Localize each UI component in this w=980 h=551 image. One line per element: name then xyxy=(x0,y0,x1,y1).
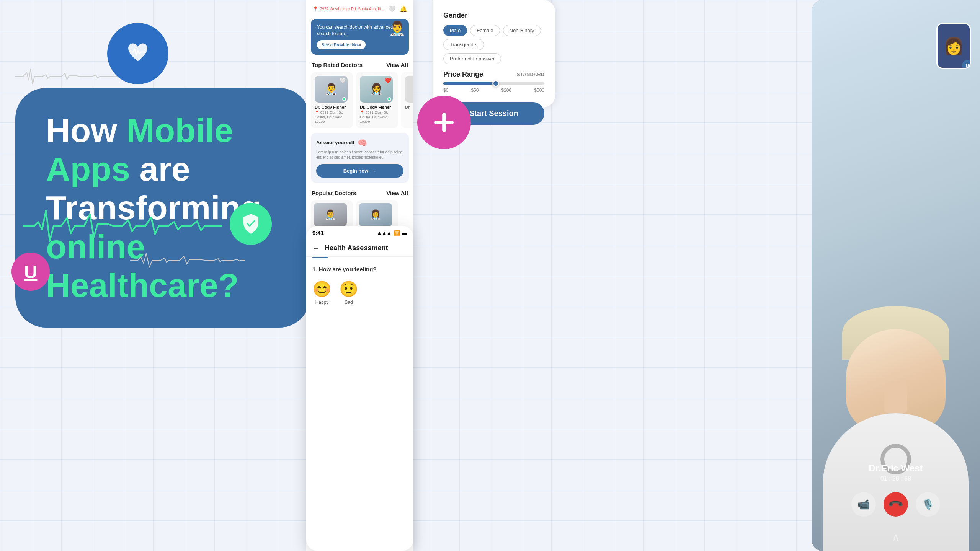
heartbeat-icon xyxy=(122,38,153,69)
doctor-card-2[interactable]: 👩‍⚕️ ❤️ Dr. Cody Fisher 📍 6391 Elgin St.… xyxy=(356,72,398,128)
gender-pill-female[interactable]: Female xyxy=(470,25,500,36)
assessment-header-bar: ← Health Assessment xyxy=(306,238,413,257)
location-display: 📍 2972 Westheimer Rd. Santa Ana, Ill... xyxy=(312,6,384,12)
status-bar: 9:41 ▲▲▲ 🛜 ▬ xyxy=(306,226,413,238)
u-icon: U xyxy=(24,261,38,282)
gender-pill-male[interactable]: Male xyxy=(443,25,467,36)
status-time: 9:41 xyxy=(312,230,324,236)
microphone-button[interactable]: 🎙️ xyxy=(916,492,940,517)
filter-panel: Gender Male Female Non-Binary Transgende… xyxy=(433,0,555,107)
call-controls-bar: 📹 📞 🎙️ xyxy=(812,492,980,517)
header-icons: 🤍 🔔 xyxy=(388,5,407,13)
emoji-option-sad[interactable]: 😟 Sad xyxy=(339,280,358,305)
doctor-address-1: 📍 6391 Elgin St. Celina, Delaware 10299 xyxy=(315,110,349,124)
see-provider-button[interactable]: See a Provider Now xyxy=(317,40,366,49)
gender-section: Gender Male Female Non-Binary Transgende… xyxy=(443,11,544,64)
popular-label: Popular Doctors xyxy=(312,190,356,196)
brain-icon: 🧠 xyxy=(358,138,367,147)
back-button[interactable]: ← xyxy=(312,244,320,253)
wifi-icon: 🛜 xyxy=(394,230,400,236)
phone-1-header: 📍 2972 Westheimer Rd. Santa Ana, Ill... … xyxy=(306,0,413,16)
favorite-doctor-2[interactable]: ❤️ xyxy=(385,77,391,83)
banner-illustration: 👨‍⚕️ xyxy=(389,20,406,36)
chevron-up-icon: ∧ xyxy=(892,531,900,543)
location-pin-icon: 📍 xyxy=(312,6,318,12)
doctor-photo-3: 👨‍⚕️ xyxy=(405,76,413,103)
sad-emoji: 😟 xyxy=(339,280,358,298)
plus-icon xyxy=(431,109,457,136)
assess-title: Assess yourself 🧠 xyxy=(316,138,403,147)
top-rated-view-all[interactable]: View All xyxy=(386,62,408,68)
happy-label: Happy xyxy=(315,300,329,305)
gender-pills-container: Male Female Non-Binary Transgender Prefe… xyxy=(443,25,544,64)
video-toggle-button[interactable]: 📹 xyxy=(851,492,876,517)
assess-description: Lorem ipsum dolor sit amet, consectetur … xyxy=(316,150,403,160)
signal-icon: ▲▲▲ xyxy=(377,230,392,236)
doctor-name-2: Dr. Cody Fisher xyxy=(360,105,394,109)
emoji-option-happy[interactable]: 😊 Happy xyxy=(312,280,332,305)
doctors-row: 👨‍⚕️ 🤍 Dr. Cody Fisher 📍 6391 Elgin St. … xyxy=(306,70,413,130)
doctor-card-1[interactable]: 👨‍⚕️ 🤍 Dr. Cody Fisher 📍 6391 Elgin St. … xyxy=(311,72,353,128)
pip-person-icon: 👩 xyxy=(943,36,964,56)
sad-label: Sad xyxy=(345,300,353,305)
begin-now-button[interactable]: Begin now → xyxy=(316,164,403,178)
pip-badge: B xyxy=(962,60,971,69)
gender-pill-transgender[interactable]: Transgender xyxy=(443,39,484,50)
svg-rect-1 xyxy=(434,121,454,124)
doctor-address-2: 📍 6391 Elgin St. Celina, Delaware 10299 xyxy=(360,110,394,124)
price-standard: STANDARD xyxy=(517,72,544,77)
price-header: Price Range STANDARD xyxy=(443,70,544,78)
price-slider-track[interactable] xyxy=(443,82,544,85)
happy-emoji: 😊 xyxy=(312,280,332,298)
left-section: How Mobile Apps are Transforming online … xyxy=(0,0,314,551)
doctor-card-3[interactable]: 👨‍⚕️ Dr. xyxy=(401,72,413,128)
price-labels: $0 $50 $200 $500 xyxy=(443,88,544,93)
pip-video-thumbnail: 👩 B xyxy=(936,23,971,69)
bell-icon[interactable]: 🔔 xyxy=(400,5,407,13)
favorite-doctor-1[interactable]: 🤍 xyxy=(340,77,346,83)
price-mid1: $50 xyxy=(471,88,479,93)
favorite-icon[interactable]: 🤍 xyxy=(388,5,396,13)
popular-photo-2: 👩‍⚕️ xyxy=(359,203,392,226)
price-slider-fill xyxy=(443,82,496,85)
top-rated-header: Top Rated Doctors View All xyxy=(306,58,413,70)
swipe-up-indicator: ∧ xyxy=(812,531,980,543)
begin-now-label: Begin now xyxy=(343,168,369,174)
call-info-overlay: Dr.Eric West 01 : 20 : 58 xyxy=(812,463,980,482)
price-min: $0 xyxy=(443,88,448,93)
assessment-title: Health Assessment xyxy=(325,244,388,252)
top-rated-label: Top Rated Doctors xyxy=(312,62,363,68)
online-indicator xyxy=(342,97,346,101)
popular-header: Popular Doctors View All xyxy=(306,186,413,199)
doctor-photo-1: 👨‍⚕️ 🤍 xyxy=(315,76,348,103)
heart-icon-circle xyxy=(107,23,168,84)
price-label: Price Range xyxy=(443,70,483,78)
doctor-name-3: Dr. xyxy=(405,105,413,109)
shield-icon-circle xyxy=(230,203,272,245)
emoji-options-row: 😊 Happy 😟 Sad xyxy=(306,276,413,309)
video-call-phone: 👩 B Dr.Eric West 01 : 20 : 58 📹 📞 🎙️ ∧ xyxy=(812,0,980,551)
popular-view-all[interactable]: View All xyxy=(386,190,408,196)
online-indicator-2 xyxy=(387,97,391,101)
u-button[interactable]: U xyxy=(11,253,50,291)
gender-pill-prefer-not[interactable]: Prefer not to answer xyxy=(443,53,501,64)
health-assessment-phone: 9:41 ▲▲▲ 🛜 ▬ ← Health Assessment 1. How … xyxy=(306,226,413,551)
video-background: 👩 B Dr.Eric West 01 : 20 : 58 📹 📞 🎙️ ∧ xyxy=(812,0,980,551)
gender-pill-nonbinary[interactable]: Non-Binary xyxy=(503,25,541,36)
battery-icon: ▬ xyxy=(402,230,407,236)
ecg-gray-decoration xyxy=(130,237,245,283)
price-section: Price Range STANDARD $0 $50 $200 $500 xyxy=(443,70,544,93)
assess-card: Assess yourself 🧠 Lorem ipsum dolor sit … xyxy=(311,133,409,183)
location-text: 2972 Westheimer Rd. Santa Ana, Ill... xyxy=(320,7,384,11)
plus-circle-button[interactable] xyxy=(417,96,471,149)
price-max: $500 xyxy=(534,88,544,93)
video-icon: 📹 xyxy=(858,499,870,510)
end-call-button[interactable]: 📞 xyxy=(884,492,908,517)
end-call-icon: 📞 xyxy=(887,496,905,513)
assess-title-text: Assess yourself xyxy=(316,140,354,145)
question-number: 1. xyxy=(312,266,317,272)
call-timer: 01 : 20 : 58 xyxy=(812,475,980,482)
price-mid2: $200 xyxy=(501,88,512,93)
mic-icon: 🎙️ xyxy=(922,499,934,510)
price-slider-thumb[interactable] xyxy=(492,80,499,87)
